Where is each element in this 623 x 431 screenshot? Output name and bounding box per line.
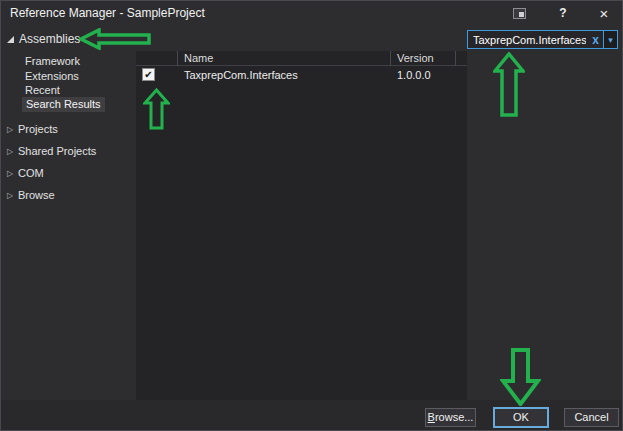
search-clear-icon[interactable]: x [588,31,603,48]
bottom-bar: Browse... OK Cancel [1,400,622,431]
send-feedback-button[interactable] [505,1,533,25]
browse-button-accel: B [428,411,435,423]
list-header: Name Version [136,51,467,66]
sidebar-item-recent[interactable]: Recent [25,83,60,98]
expander-collapsed-icon[interactable]: ▷ [7,144,13,159]
ok-button[interactable]: OK [493,407,549,428]
annotation-arrow-up-search [493,52,525,117]
row-version-cell: 1.0.0.0 [397,69,431,81]
assembly-list: Name Version ✔ TaxprepCom.Interfaces 1.0… [136,51,467,400]
sidebar-item-framework[interactable]: Framework [25,54,80,69]
help-button[interactable]: ? [549,1,577,25]
column-header-version[interactable]: Version [397,52,434,64]
search-dropdown-button[interactable]: ▾ [603,31,617,48]
expander-collapsed-icon[interactable]: ▷ [7,166,13,181]
feedback-icon [513,8,526,19]
search-control: x ▾ [467,30,618,49]
titlebar: Reference Manager - SampleProject ? × [1,1,622,25]
sidebar-item-com[interactable]: COM [18,166,44,181]
column-divider [390,51,391,66]
close-button[interactable]: × [589,1,619,25]
expander-expanded-icon[interactable] [7,36,14,43]
row-checkbox[interactable]: ✔ [142,68,155,81]
close-icon: × [600,5,609,22]
column-divider [177,51,178,66]
help-icon: ? [559,6,566,20]
sidebar-item-assemblies[interactable]: Assemblies [19,32,80,47]
table-row[interactable]: ✔ TaxprepCom.Interfaces 1.0.0.0 [136,67,467,83]
column-header-name[interactable]: Name [184,52,213,64]
sidebar-item-projects[interactable]: Projects [18,122,58,137]
expander-collapsed-icon[interactable]: ▷ [7,188,13,203]
cancel-button[interactable]: Cancel [564,408,619,427]
row-name-cell: TaxprepCom.Interfaces [184,69,298,81]
sidebar-item-extensions[interactable]: Extensions [25,69,79,84]
sidebar-item-shared-projects[interactable]: Shared Projects [18,144,96,159]
search-input[interactable] [468,31,588,48]
annotation-arrow-down-ok [500,348,541,406]
checkmark-icon: ✔ [144,70,152,80]
expander-collapsed-icon[interactable]: ▷ [7,122,13,137]
sidebar-item-search-results[interactable]: Search Results [22,97,105,112]
sidebar-item-browse[interactable]: Browse [18,188,55,203]
browse-button-label: rowse... [435,411,474,423]
dialog-title: Reference Manager - SampleProject [10,6,205,20]
reference-manager-dialog: Reference Manager - SampleProject ? × x … [0,0,623,431]
column-divider [455,51,456,66]
annotation-arrow-left-assemblies [79,28,151,50]
chevron-down-icon: ▾ [608,35,613,45]
browse-button[interactable]: Browse... [425,408,476,427]
